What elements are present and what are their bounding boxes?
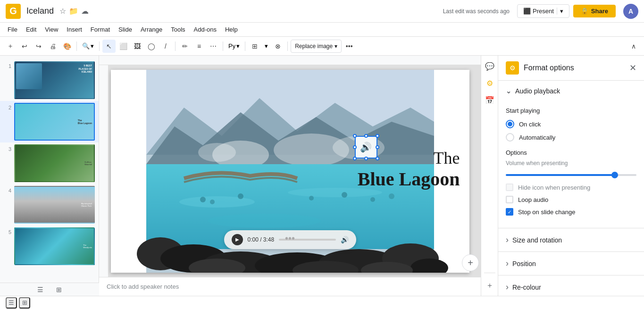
print-button[interactable]: 🖨 xyxy=(46,40,59,53)
audio-playback-header[interactable]: Audio playback xyxy=(498,81,644,101)
menu-insert[interactable]: Insert xyxy=(63,24,86,35)
image-tool[interactable]: 🖼 xyxy=(131,40,144,53)
volume-icon[interactable]: 🔊 xyxy=(341,236,349,243)
checkbox-loop-audio[interactable]: Loop audio xyxy=(506,196,636,203)
handle-bottom-right[interactable] xyxy=(376,157,379,160)
handle-top-right[interactable] xyxy=(376,134,379,138)
mask-tool[interactable]: ⊗ xyxy=(271,40,284,53)
menu-file[interactable]: File xyxy=(4,24,21,35)
checkbox-hide-icon[interactable]: Hide icon when presenting xyxy=(506,184,636,191)
crop-tool[interactable]: ⊞ xyxy=(248,40,261,53)
add-strip-icon[interactable]: ＋ xyxy=(483,279,496,292)
present-arrow[interactable]: ▾ xyxy=(557,8,563,15)
format-close-button[interactable]: ✕ xyxy=(629,63,636,73)
star-icon[interactable]: ☆ xyxy=(59,7,66,16)
handle-right[interactable] xyxy=(376,145,379,149)
format-options-icon[interactable]: ⚙ xyxy=(483,76,496,90)
checkbox-stop-slide-change[interactable]: ✓ Stop on slide change xyxy=(506,208,636,216)
calendar-icon[interactable]: 📅 xyxy=(483,93,496,107)
handle-left[interactable] xyxy=(353,145,357,149)
list-view-button[interactable]: ☰ xyxy=(6,297,17,309)
play-button[interactable]: ▶ xyxy=(232,234,243,245)
zoom-dropdown[interactable]: 🔍 ▾ xyxy=(80,40,96,53)
canvas-area: The Blue Lagoon ▶ 0:00 / 3:48 🔊 🔊 xyxy=(99,56,481,296)
svg-point-19 xyxy=(389,193,394,199)
present-button[interactable]: ⬛ Present ▾ xyxy=(517,4,569,18)
undo-button[interactable]: ↩ xyxy=(18,40,31,53)
toolbar-sep-1 xyxy=(76,42,77,51)
zoom-icon: 🔍 xyxy=(82,42,90,50)
slide-item-3[interactable]: 3 Gullfoss Waterfall xyxy=(0,142,99,184)
line-weight-tool[interactable]: ≡ xyxy=(192,40,206,53)
slide-grid-view-button[interactable]: ⊞ xyxy=(53,284,65,295)
text-style-dropdown[interactable]: Py ▾ xyxy=(226,40,242,53)
grid-view-button[interactable]: ⊞ xyxy=(19,297,30,309)
line-tool[interactable]: / xyxy=(159,40,172,53)
menu-addons[interactable]: Add-ons xyxy=(190,24,220,35)
format-panel-header: ⚙ Format options ✕ xyxy=(498,56,644,81)
menu-arrange[interactable]: Arrange xyxy=(137,24,166,35)
checkbox-loop-audio-label: Loop audio xyxy=(518,196,548,203)
slide-item-1[interactable]: 1 5 BEST PLACES OF ICELAND xyxy=(0,59,99,101)
slide-thumb-3[interactable]: Gullfoss Waterfall xyxy=(14,144,95,182)
radio-automatically-circle xyxy=(506,133,514,142)
more-options-button[interactable]: ••• xyxy=(343,40,356,53)
menu-slide[interactable]: Slide xyxy=(115,24,136,35)
radio-on-click[interactable]: On click xyxy=(506,120,636,128)
handle-bottom-left[interactable] xyxy=(353,157,357,160)
recolour-header[interactable]: Re-colour xyxy=(498,276,644,296)
vertical-ruler xyxy=(99,65,109,277)
collapse-toolbar-button[interactable]: ∧ xyxy=(627,40,640,53)
menu-tools[interactable]: Tools xyxy=(167,24,189,35)
slide-list-view-button[interactable]: ☰ xyxy=(34,284,46,295)
menu-view[interactable]: View xyxy=(41,24,62,35)
audio-playback-section: Audio playback Start playing On click xyxy=(498,81,644,228)
textbox-tool[interactable]: ⬜ xyxy=(117,40,130,53)
pen-tool[interactable]: ✏ xyxy=(178,40,192,53)
position-header[interactable]: Position xyxy=(498,252,644,275)
handle-top-left[interactable] xyxy=(353,134,357,138)
size-rotation-header[interactable]: Size and rotation xyxy=(498,228,644,251)
size-rotation-section: Size and rotation xyxy=(498,228,644,252)
checkmark-icon: ✓ xyxy=(508,209,511,215)
share-button[interactable]: 🔒 Share xyxy=(573,5,616,17)
select-tool[interactable]: ↖ xyxy=(102,40,116,53)
slide-expander: ••• xyxy=(285,233,295,244)
slide-thumb-2[interactable]: The Blue Lagoon xyxy=(14,103,95,141)
shape-tool[interactable]: ◯ xyxy=(145,40,158,53)
paint-format-button[interactable]: 🎨 xyxy=(60,40,74,53)
add-button[interactable]: ＋ xyxy=(4,40,17,53)
comments-icon[interactable]: 💬 xyxy=(483,59,496,73)
slide-item-2[interactable]: 2 The Blue Lagoon xyxy=(0,101,99,142)
menu-help[interactable]: Help xyxy=(221,24,242,35)
svg-point-16 xyxy=(309,196,314,200)
slide-item-5[interactable]: 5 The Westfjords xyxy=(0,225,99,267)
redo-button[interactable]: ↪ xyxy=(32,40,45,53)
crop-dropdown[interactable]: ▾ xyxy=(262,40,270,53)
menu-edit[interactable]: Edit xyxy=(22,24,40,35)
cloud-icon[interactable]: ☁ xyxy=(81,7,89,16)
checkbox-hide-icon-label: Hide icon when presenting xyxy=(518,184,590,191)
slide-thumb-1[interactable]: 5 BEST PLACES OF ICELAND xyxy=(14,61,95,99)
radio-automatically[interactable]: Automatically xyxy=(506,133,636,142)
menu-format[interactable]: Format xyxy=(87,24,114,35)
thumb1-image xyxy=(16,63,42,89)
replace-image-button[interactable]: Replace image ▾ xyxy=(291,40,342,53)
slide-thumb-4[interactable]: Myrdalsjokull Glacier Park xyxy=(14,186,95,224)
notes-bar[interactable]: Click to add speaker notes xyxy=(99,277,481,296)
handle-top[interactable] xyxy=(364,134,368,138)
volume-slider[interactable] xyxy=(506,174,636,176)
position-chevron xyxy=(506,259,509,268)
line-dash-tool[interactable]: ⋯ xyxy=(207,40,220,53)
avatar[interactable]: A xyxy=(623,4,638,19)
audio-widget-inner[interactable]: 🔊 xyxy=(355,136,377,159)
toolbar-sep-3 xyxy=(175,42,176,51)
folder-icon[interactable]: 📁 xyxy=(69,7,78,16)
add-element-button[interactable]: + xyxy=(462,254,479,271)
app-logo: G xyxy=(6,4,21,19)
handle-bottom[interactable] xyxy=(364,157,368,160)
slide-thumb-5[interactable]: The Westfjords xyxy=(14,227,95,265)
slide-item-4[interactable]: 4 Myrdalsjokull Glacier Park xyxy=(0,184,99,225)
audio-widget[interactable]: 🔊 xyxy=(355,136,377,159)
notes-placeholder: Click to add speaker notes xyxy=(107,283,179,290)
